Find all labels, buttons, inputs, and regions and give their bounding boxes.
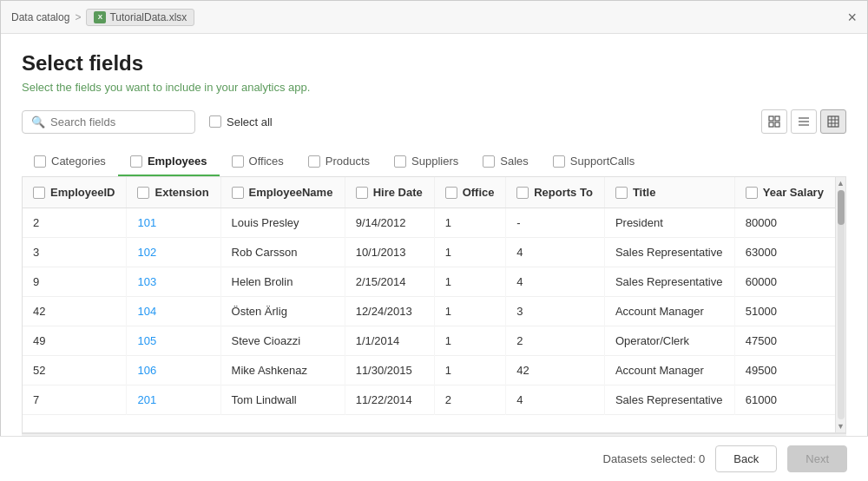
tab-products-label: Products <box>326 155 370 168</box>
cell-reportsto: 2 <box>506 326 605 356</box>
tab-supportcalls[interactable]: SupportCalls <box>541 148 647 176</box>
cell-title: Account Manager <box>604 297 734 326</box>
toolbar-left: 🔍 Select all <box>22 110 273 134</box>
cell-employeeid: 52 <box>23 356 127 385</box>
cell-employeeid: 3 <box>23 238 127 267</box>
cell-yearsalary: 60000 <box>734 267 835 297</box>
th-employeename: EmployeeName <box>220 177 345 208</box>
file-breadcrumb[interactable]: X TutorialData.xlsx <box>86 9 194 26</box>
cell-employeeid: 42 <box>23 297 127 326</box>
table-view-button[interactable] <box>820 109 846 134</box>
cell-extension[interactable]: 106 <box>127 356 220 385</box>
grid-view-button[interactable] <box>761 109 787 134</box>
file-name: TutorialData.xlsx <box>109 11 187 23</box>
tab-products[interactable]: Products <box>296 148 382 176</box>
th-employeeid-checkbox[interactable] <box>33 187 45 199</box>
table-row: 9103Helen Brolin2/15/201414Sales Represe… <box>23 267 835 297</box>
table-wrapper: EmployeeID Extension E <box>22 177 846 433</box>
cell-extension[interactable]: 104 <box>127 297 220 326</box>
scroll-up-arrow[interactable]: ▲ <box>837 179 845 188</box>
cell-employeeid: 49 <box>23 326 127 356</box>
search-input[interactable] <box>50 115 186 128</box>
cell-hiredate: 11/22/2014 <box>345 385 434 415</box>
cell-hiredate: 1/1/2014 <box>345 326 434 356</box>
tab-supportcalls-label: SupportCalls <box>570 155 635 168</box>
th-title: Title <box>604 177 734 208</box>
th-extension-checkbox[interactable] <box>137 187 149 199</box>
cell-title: President <box>604 208 734 238</box>
cell-extension[interactable]: 101 <box>127 208 220 238</box>
table-header-row: EmployeeID Extension E <box>23 177 835 208</box>
select-all-checkbox[interactable] <box>209 115 221 128</box>
cell-reportsto: 4 <box>506 267 605 297</box>
table-scroll-container[interactable]: EmployeeID Extension E <box>23 177 835 432</box>
th-extension: Extension <box>127 177 220 208</box>
cell-office: 2 <box>434 385 506 415</box>
cell-extension[interactable]: 102 <box>127 238 220 267</box>
tab-supportcalls-checkbox[interactable] <box>553 155 565 168</box>
cell-hiredate: 2/15/2014 <box>345 267 434 297</box>
cell-yearsalary: 47500 <box>734 326 835 356</box>
cell-employeename: Mike Ashkenaz <box>220 356 345 385</box>
cell-office: 1 <box>434 238 506 267</box>
th-reportsto: Reports To <box>506 177 605 208</box>
th-hiredate-checkbox[interactable] <box>356 187 368 199</box>
th-reportsto-checkbox[interactable] <box>516 187 529 199</box>
tab-sales[interactable]: Sales <box>470 148 541 176</box>
svg-rect-7 <box>828 116 838 127</box>
th-yearsalary-checkbox[interactable] <box>746 187 758 199</box>
data-catalog-link[interactable]: Data catalog <box>11 11 69 23</box>
th-office-checkbox[interactable] <box>445 187 457 199</box>
tab-categories-checkbox[interactable] <box>34 155 46 168</box>
tab-suppliers-checkbox[interactable] <box>394 155 406 168</box>
cell-office: 1 <box>434 356 506 385</box>
tab-employees[interactable]: Employees <box>118 148 220 176</box>
close-button[interactable]: × <box>847 10 857 25</box>
svg-rect-0 <box>769 116 773 121</box>
vertical-scrollbar[interactable]: ▲ ▼ <box>835 177 845 432</box>
main-content: Select fields Select the fields you want… <box>1 34 867 444</box>
tab-sales-checkbox[interactable] <box>483 155 495 168</box>
cell-title: Sales Representative <box>604 267 734 297</box>
file-icon: X <box>94 11 106 23</box>
table-icon <box>827 115 839 128</box>
tab-employees-checkbox[interactable] <box>130 155 142 168</box>
tab-offices-checkbox[interactable] <box>232 155 244 168</box>
cell-employeeid: 7 <box>23 385 127 415</box>
cell-extension[interactable]: 105 <box>127 326 220 356</box>
svg-rect-2 <box>769 122 773 127</box>
tab-categories[interactable]: Categories <box>22 148 118 176</box>
tab-products-checkbox[interactable] <box>308 155 320 168</box>
tab-categories-label: Categories <box>51 155 106 168</box>
cell-extension[interactable]: 103 <box>127 267 220 297</box>
tabs: Categories Employees Offices Products Su… <box>22 148 846 177</box>
tab-suppliers[interactable]: Suppliers <box>382 148 470 176</box>
datasets-label: Datasets selected: 0 <box>603 452 706 465</box>
cell-yearsalary: 49500 <box>734 356 835 385</box>
cell-hiredate: 11/30/2015 <box>345 356 434 385</box>
toolbar: 🔍 Select all <box>22 109 846 134</box>
th-title-checkbox[interactable] <box>615 187 628 199</box>
cell-reportsto: 4 <box>506 238 605 267</box>
tab-offices[interactable]: Offices <box>220 148 296 176</box>
table-row: 42104Östen Ärlig12/24/201313Account Mana… <box>23 297 835 326</box>
th-employeename-checkbox[interactable] <box>232 187 244 199</box>
scroll-thumb[interactable] <box>838 190 845 225</box>
next-button[interactable]: Next <box>787 445 847 472</box>
scroll-down-arrow[interactable]: ▼ <box>837 422 845 431</box>
scroll-track <box>838 190 845 419</box>
select-all-container[interactable]: Select all <box>209 115 273 128</box>
cell-extension[interactable]: 201 <box>127 385 220 415</box>
cell-reportsto: 4 <box>506 385 605 415</box>
search-box[interactable]: 🔍 <box>22 110 195 134</box>
cell-office: 1 <box>434 297 506 326</box>
cell-employeename: Östen Ärlig <box>220 297 345 326</box>
list-view-button[interactable] <box>791 109 817 134</box>
cell-reportsto: 42 <box>506 356 605 385</box>
cell-reportsto: - <box>506 208 605 238</box>
breadcrumb: Data catalog > X TutorialData.xlsx <box>11 9 194 26</box>
cell-title: Operator/Clerk <box>604 326 734 356</box>
back-button[interactable]: Back <box>715 445 777 472</box>
title-bar: Data catalog > X TutorialData.xlsx × <box>1 1 867 34</box>
view-toggle <box>761 109 846 134</box>
